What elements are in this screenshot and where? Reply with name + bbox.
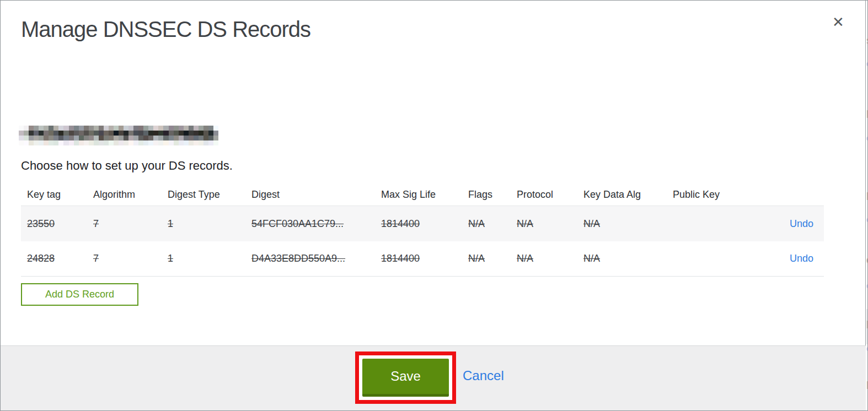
column-header-key-tag: Key tag (27, 189, 93, 201)
cell-flags: N/A (468, 253, 517, 264)
cell-actions: Undo (762, 218, 824, 230)
cell-max-sig-life: 1814400 (381, 253, 468, 264)
ds-records-table: Key tag Algorithm Digest Type Digest Max… (21, 184, 824, 277)
close-icon[interactable]: ✕ (829, 13, 848, 31)
cell-algorithm: 7 (93, 218, 168, 230)
cancel-link[interactable]: Cancel (463, 368, 504, 383)
cell-key-tag: 23550 (27, 218, 93, 230)
column-header-public-key: Public Key (673, 189, 762, 201)
column-header-digest: Digest (251, 189, 381, 201)
cell-algorithm: 7 (93, 253, 168, 264)
column-header-max-sig-life: Max Sig Life (381, 189, 468, 201)
manage-dnssec-modal: Manage DNSSEC DS Records ✕ Choose how to… (1, 1, 866, 411)
setup-instruction-text: Choose how to set up your DS records. (21, 159, 233, 173)
save-button[interactable]: Save (362, 359, 449, 397)
column-header-algorithm: Algorithm (93, 189, 168, 201)
cell-protocol: N/A (517, 253, 583, 264)
undo-link[interactable]: Undo (790, 253, 813, 264)
cell-protocol: N/A (517, 218, 583, 230)
cell-digest-type: 1 (168, 253, 251, 264)
cell-digest-type: 1 (168, 218, 251, 230)
column-header-protocol: Protocol (517, 189, 583, 201)
column-header-digest-type: Digest Type (168, 189, 251, 201)
cell-flags: N/A (468, 218, 517, 230)
redacted-domain (19, 126, 218, 145)
add-ds-record-button[interactable]: Add DS Record (21, 283, 138, 306)
cell-digest: 54FCF030AA1C79... (251, 218, 381, 230)
table-row: 24828 7 1 D4A33E8DD550A9... 1814400 N/A … (21, 241, 824, 277)
cell-digest: D4A33E8DD550A9... (251, 253, 381, 264)
cell-max-sig-life: 1814400 (381, 218, 468, 230)
screenshot-frame: Manage DNSSEC DS Records ✕ Choose how to… (0, 0, 868, 411)
page-title: Manage DNSSEC DS Records (21, 17, 310, 42)
column-header-flags: Flags (468, 189, 517, 201)
table-row: 23550 7 1 54FCF030AA1C79... 1814400 N/A … (21, 206, 824, 241)
modal-footer: Save Cancel (1, 345, 866, 411)
column-header-key-data-alg: Key Data Alg (583, 189, 673, 201)
undo-link[interactable]: Undo (790, 218, 813, 229)
cell-actions: Undo (762, 253, 824, 264)
table-header-row: Key tag Algorithm Digest Type Digest Max… (21, 184, 824, 206)
cell-key-data-alg: N/A (583, 253, 673, 264)
cell-key-tag: 24828 (27, 253, 93, 264)
save-highlight-annotation: Save (355, 351, 456, 404)
cell-key-data-alg: N/A (583, 218, 673, 230)
